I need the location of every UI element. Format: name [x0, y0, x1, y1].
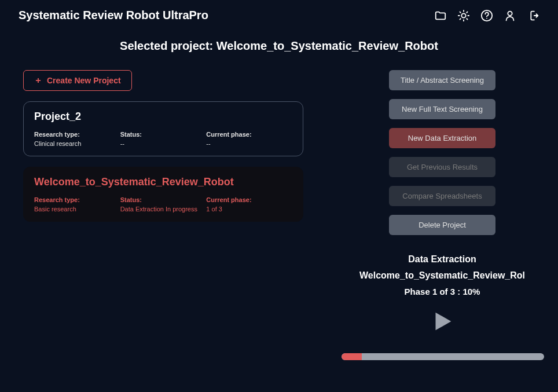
svg-marker-14 — [436, 313, 451, 331]
create-project-label: Create New Project — [47, 76, 121, 85]
selected-project-name: Welcome_to_Systematic_Review_Robot — [216, 39, 438, 52]
project-card-project-2[interactable]: Project_2 Research type: Clinical resear… — [23, 101, 303, 156]
selected-project-prefix: Selected project: — [120, 39, 216, 52]
project-name: Welcome_to_Systematic_Review_Robot — [34, 176, 292, 188]
svg-line-3 — [460, 12, 460, 12]
plus-icon — [34, 76, 42, 85]
research-type-value: Basic research — [34, 206, 120, 213]
help-icon[interactable] — [480, 9, 493, 22]
data-extraction-button[interactable]: New Data Extraction — [389, 128, 495, 148]
title-abstract-button[interactable]: Title / Abstract Screening — [389, 70, 495, 90]
status-value: -- — [120, 140, 207, 147]
user-icon[interactable] — [504, 9, 516, 22]
status-title: Data Extraction — [350, 254, 535, 265]
research-type-value: Clinical research — [34, 140, 120, 147]
research-type-label: Research type: — [34, 196, 120, 203]
svg-point-0 — [461, 13, 465, 17]
progress-bar-fill — [342, 353, 362, 360]
status-label: Status: — [120, 196, 207, 203]
svg-line-4 — [467, 19, 467, 19]
status-value: Data Extraction In progress — [120, 206, 207, 213]
actions-column: Title / Abstract Screening New Full Text… — [350, 70, 535, 352]
progress-bar — [342, 353, 544, 360]
project-card-welcome[interactable]: Welcome_to_Systematic_Review_Robot Resea… — [23, 167, 303, 222]
svg-point-11 — [508, 11, 512, 15]
delete-project-button[interactable]: Delete Project — [389, 215, 495, 235]
research-type-label: Research type: — [34, 131, 120, 138]
current-phase-label: Current phase: — [206, 196, 292, 203]
selected-project-heading: Selected project: Welcome_to_Systematic_… — [0, 39, 558, 53]
sun-icon[interactable] — [457, 9, 470, 22]
play-button[interactable] — [429, 308, 456, 335]
current-phase-value: -- — [206, 140, 292, 147]
projects-column: Create New Project Project_2 Research ty… — [23, 70, 303, 352]
status-phase: Phase 1 of 3 : 10% — [350, 287, 535, 296]
app-title: Systematic Review Robot UltraPro — [19, 9, 208, 22]
current-phase-value: 1 of 3 — [206, 206, 292, 213]
progress-bar-container — [342, 353, 544, 360]
previous-results-button: Get Previous Results — [389, 157, 495, 177]
status-section: Data Extraction Welcome_to_Systematic_Re… — [350, 254, 535, 352]
full-text-button[interactable]: New Full Text Screening — [389, 99, 495, 119]
play-icon — [429, 308, 456, 335]
svg-line-8 — [467, 12, 467, 12]
project-name: Project_2 — [34, 111, 292, 123]
status-project-name: Welcome_to_Systematic_Review_Rol — [350, 270, 535, 281]
svg-line-7 — [460, 19, 460, 19]
compare-spreadsheets-button: Compare Spreadsheets — [389, 186, 495, 206]
current-phase-label: Current phase: — [206, 131, 292, 138]
header-icons — [434, 9, 539, 22]
create-project-button[interactable]: Create New Project — [23, 70, 132, 91]
folder-icon[interactable] — [434, 9, 447, 22]
logout-icon[interactable] — [527, 9, 539, 22]
status-label: Status: — [120, 131, 207, 138]
